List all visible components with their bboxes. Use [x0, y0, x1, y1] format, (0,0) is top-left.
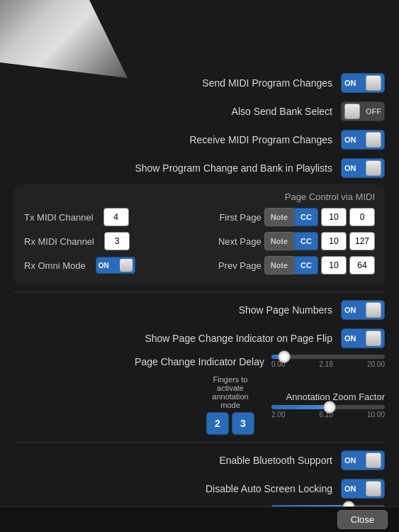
page-change-delay-container: Page Change Indicator Delay 0.00 2.18 20…: [14, 355, 385, 368]
receive-midi-label: Receive MIDI Program Changes: [189, 134, 332, 145]
tx-channel-label: Tx MIDI Channel: [24, 212, 99, 223]
divider-1: [14, 292, 385, 292]
midi-section: Page Control via MIDI Tx MIDI Channel 4 …: [14, 184, 385, 284]
first-page-label: First Page: [219, 212, 261, 223]
annotation-zoom-track[interactable]: [271, 405, 385, 409]
transparency-thumb[interactable]: [342, 501, 355, 506]
delay-max-label: 20.00: [367, 360, 385, 368]
next-page-label: Next Page: [218, 236, 262, 247]
first-page-val1[interactable]: 10: [321, 208, 347, 226]
send-midi-row: Send MIDI Program Changes ON: [14, 71, 385, 95]
page-change-indicator-row: Show Page Change Indicator on Page Flip …: [14, 326, 385, 350]
finger-btn-3[interactable]: 3: [232, 412, 254, 435]
also-send-bank-knob: [344, 104, 360, 119]
annotation-zoom-slider-wrap: Annotation Zoom Factor 2.00 6.10 10.00: [271, 392, 385, 419]
show-page-numbers-label: Show Page Numbers: [239, 304, 332, 316]
receive-midi-toggle[interactable]: ON: [341, 130, 385, 150]
midi-section-title: Page Control via MIDI: [24, 192, 375, 202]
close-button[interactable]: Close: [337, 510, 388, 529]
page-change-indicator-toggle[interactable]: ON: [341, 328, 385, 348]
bottom-bar: Close: [0, 506, 399, 532]
fingers-annotation-row: Fingers to activate annotation mode 2 3 …: [14, 375, 385, 435]
bluetooth-toggle[interactable]: ON: [341, 450, 385, 470]
receive-midi-toggle-label: ON: [344, 135, 356, 144]
page-change-delay-row: Page Change Indicator Delay 0.00 2.18 20…: [14, 355, 385, 368]
page-change-delay-thumb[interactable]: [278, 350, 291, 363]
annotation-zoom-thumb[interactable]: [323, 401, 336, 414]
show-program-row: Show Program Change and Bank in Playlist…: [14, 156, 385, 180]
next-page-note-cc: Note CC: [264, 232, 318, 250]
send-midi-toggle-label: ON: [344, 79, 356, 87]
receive-midi-row: Receive MIDI Program Changes ON: [14, 128, 385, 152]
prev-page-val2[interactable]: 64: [349, 256, 375, 275]
auto-lock-knob: [366, 481, 381, 497]
receive-midi-knob: [366, 132, 381, 148]
rx-omni-toggle-label: ON: [99, 262, 109, 270]
rx-channel-input[interactable]: 3: [104, 232, 130, 250]
bluetooth-label: Enable Bluetooth Support: [219, 455, 332, 466]
finger-btn-2[interactable]: 2: [206, 412, 229, 435]
show-page-numbers-toggle[interactable]: ON: [341, 300, 385, 320]
also-send-bank-label: Also Send Bank Select: [232, 106, 332, 117]
page-change-indicator-state: ON: [344, 334, 356, 343]
bluetooth-row: Enable Bluetooth Support ON: [14, 448, 385, 472]
zoom-min-label: 2.00: [271, 411, 285, 419]
prev-page-val1[interactable]: 10: [321, 256, 347, 275]
page-change-indicator-knob: [366, 331, 381, 346]
first-page-note-cc: Note CC: [264, 208, 318, 226]
prev-page-note-cc: Note CC: [264, 256, 318, 275]
also-send-bank-toggle-label: OFF: [366, 107, 381, 116]
page-change-delay-label: Page Change Indicator Delay: [135, 356, 264, 367]
auto-lock-row: Disable Auto Screen Locking ON: [14, 477, 385, 501]
bluetooth-state: ON: [344, 456, 356, 465]
show-page-numbers-knob: [366, 302, 381, 318]
auto-lock-label: Disable Auto Screen Locking: [206, 483, 332, 494]
zoom-max-label: 10.00: [367, 411, 385, 419]
bluetooth-knob: [366, 453, 381, 468]
auto-lock-toggle[interactable]: ON: [341, 479, 385, 499]
send-midi-label: Send MIDI Program Changes: [202, 77, 332, 89]
auto-lock-state: ON: [344, 484, 356, 493]
rx-channel-label: Rx MIDI Channel: [24, 236, 100, 247]
rx-omni-label: Rx Omni Mode: [24, 260, 91, 271]
show-page-numbers-state: ON: [344, 306, 356, 314]
prev-page-cc-btn[interactable]: CC: [294, 256, 318, 275]
annotation-zoom-fill: [271, 405, 330, 409]
rx-omni-knob: [120, 259, 133, 272]
next-page-val1[interactable]: 10: [321, 232, 347, 250]
also-send-bank-toggle[interactable]: OFF: [341, 101, 385, 121]
delay-value-label: 2.18: [319, 360, 332, 368]
send-midi-toggle[interactable]: ON: [341, 73, 385, 93]
show-page-numbers-row: Show Page Numbers ON: [14, 298, 385, 322]
also-send-bank-row: Also Send Bank Select OFF: [14, 99, 385, 123]
fingers-label: Fingers to activate annotation mode: [202, 375, 259, 409]
page-change-delay-slider-wrap: 0.00 2.18 20.00: [271, 355, 385, 368]
rx-omni-toggle[interactable]: ON: [96, 257, 135, 274]
prev-page-note-btn[interactable]: Note: [264, 256, 294, 275]
show-program-toggle[interactable]: ON: [341, 158, 385, 178]
show-program-label: Show Program Change and Bank in Playlist…: [135, 162, 332, 174]
divider-2: [14, 442, 385, 443]
page-change-indicator-label: Show Page Change Indicator on Page Flip: [145, 333, 332, 344]
page-change-delay-track[interactable]: [271, 355, 385, 359]
page-change-delay-labels: 0.00 2.18 20.00: [271, 360, 385, 368]
main-content: Send MIDI Program Changes ON Also Send B…: [0, 0, 399, 506]
next-page-cc-btn[interactable]: CC: [294, 232, 318, 250]
next-page-val2[interactable]: 127: [349, 232, 375, 250]
first-page-note-btn[interactable]: Note: [264, 208, 294, 226]
show-program-knob: [366, 160, 381, 176]
finger-buttons: 2 3: [205, 412, 256, 435]
prev-page-label: Prev Page: [218, 260, 262, 271]
first-page-val2[interactable]: 0: [349, 208, 375, 226]
first-page-cc-btn[interactable]: CC: [294, 208, 318, 226]
send-midi-knob: [366, 75, 381, 91]
show-program-toggle-label: ON: [344, 164, 356, 172]
next-page-note-btn[interactable]: Note: [264, 232, 294, 250]
tx-channel-input[interactable]: 4: [103, 208, 129, 226]
